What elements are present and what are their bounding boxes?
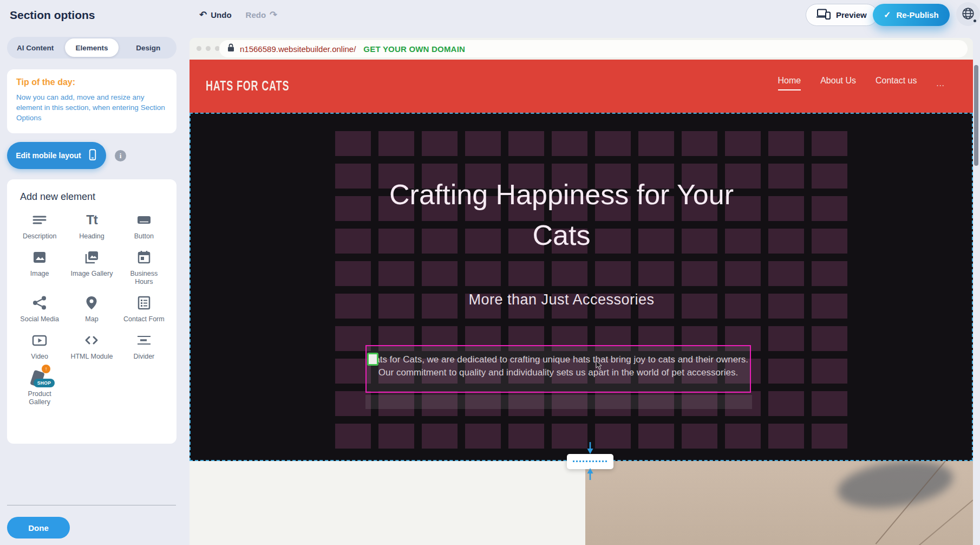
arrow-up-icon [586,467,594,482]
product-gallery-icon: ↑ SHOP [28,367,51,388]
upgrade-arrow-icon: ↑ [42,365,50,373]
social-media-icon [31,293,48,313]
address-bar: n1566589.websitebuilder.online/ GET YOUR… [219,40,968,57]
hero-section-selected[interactable]: Crafting Happiness for Your Cats More th… [190,113,973,461]
redo-icon: ↷ [270,9,277,20]
tip-of-the-day-card: Tip of the day: Now you can add, move an… [7,69,177,133]
nav-home[interactable]: Home [778,76,801,90]
page-title: Section options [10,9,95,22]
element-item-map[interactable]: Map [66,293,117,323]
resize-handle-left[interactable] [367,353,378,366]
element-item-heading[interactable]: Tt Heading [66,210,117,241]
sidebar-divider [7,505,176,505]
heading-icon: Tt [86,210,97,230]
edit-mobile-layout-label: Edit mobile layout [16,151,81,160]
paving-seam [919,499,973,545]
html-module-icon [83,330,100,350]
hero-subtitle[interactable]: More than Just Accessories [388,291,735,308]
contact-form-icon [136,293,152,313]
business-hours-icon [136,248,152,267]
map-icon [83,293,100,313]
republish-button[interactable]: ✓ Re-Publish [873,4,950,26]
lock-icon [227,43,234,54]
divider-icon [136,330,152,350]
nav-contact-us[interactable]: Contact us [876,76,917,90]
image-gallery-icon [83,248,100,267]
scrollbar-thumb[interactable] [974,65,978,166]
done-button[interactable]: Done [7,517,70,538]
tab-design[interactable]: Design [122,38,175,57]
tab-ai-content[interactable]: AI Content [9,38,62,57]
element-item-html-module[interactable]: HTML Module [66,330,117,361]
site-logo[interactable]: HATS FOR CATS [206,77,289,94]
arrow-down-icon [586,442,594,457]
element-item-product-gallery[interactable]: ↑ SHOP Product Gallery [14,368,66,406]
info-icon[interactable]: i [115,150,126,161]
element-item-image-gallery[interactable]: Image Gallery [66,248,117,286]
resize-dotted-line [573,460,607,462]
browser-dots [197,46,220,51]
button-icon [136,210,152,230]
element-item-video[interactable]: Video [14,330,66,361]
browser-chrome: n1566589.websitebuilder.online/ GET YOUR… [190,38,973,60]
site-nav: Home About Us Contact us ... [778,76,945,90]
undo-redo-group: ↶ Undo Redo ↷ [199,9,277,20]
check-icon: ✓ [884,10,891,20]
add-new-element-panel: Add new element Description Tt Heading B… [7,179,177,444]
undo-icon: ↶ [199,9,207,20]
element-item-description[interactable]: Description [14,210,66,241]
hero-title[interactable]: Crafting Happiness for Your Cats [388,174,735,256]
tab-elements[interactable]: Elements [65,38,118,57]
globe-icon [961,7,975,22]
tip-body: Now you can add, move and resize any ele… [16,92,167,123]
element-item-divider[interactable]: Divider [118,330,170,361]
element-item-button[interactable]: Button [118,210,170,241]
get-domain-link[interactable]: GET YOUR OWN DOMAIN [363,44,465,54]
site-header: HATS FOR CATS Home About Us Contact us .… [190,60,973,113]
element-item-social-media[interactable]: Social Media [14,293,66,323]
description-icon [31,210,48,230]
globe-dot [974,20,976,22]
phone-icon [88,148,97,163]
next-section [190,461,973,545]
preview-button[interactable]: Preview [806,4,878,26]
image-icon [31,248,48,267]
element-item-business-hours[interactable]: Business Hours [118,248,170,286]
add-new-element-title: Add new element [20,191,170,203]
edit-mobile-layout-button[interactable]: Edit mobile layout [7,142,106,169]
devices-icon [816,9,831,21]
sand-photo [585,461,973,545]
panel-tabs: AI Content Elements Design [7,37,177,59]
language-globe-button[interactable] [956,2,980,26]
row-highlight-band [365,395,752,409]
site-url: n1566589.websitebuilder.online/ [240,44,356,54]
undo-button[interactable]: ↶ Undo [199,9,232,20]
selected-text-element[interactable]: Hats for Cats, we are dedicated to craft… [365,345,751,393]
element-item-contact-form[interactable]: Contact Form [118,293,170,323]
element-grid: Description Tt Heading Button Image Imag… [14,210,170,406]
shop-badge: SHOP [34,379,55,387]
element-item-image[interactable]: Image [14,248,66,286]
nav-about-us[interactable]: About Us [820,76,856,90]
nav-more-ellipsis[interactable]: ... [936,79,945,88]
redo-button[interactable]: Redo ↷ [246,9,278,20]
app-canvas: Section options AI Content Elements Desi… [0,0,980,545]
mouse-cursor [596,360,602,372]
tip-title: Tip of the day: [16,77,167,87]
video-icon [31,330,48,350]
